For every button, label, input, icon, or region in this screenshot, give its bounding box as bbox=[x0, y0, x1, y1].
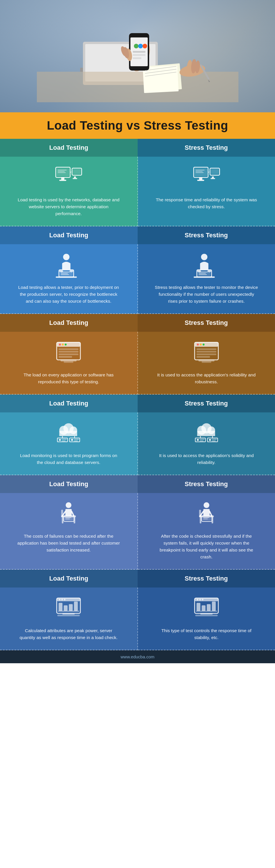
svg-point-147 bbox=[64, 599, 66, 600]
hero-image bbox=[0, 0, 275, 112]
stress-testing-content-4: It is used to access the application's s… bbox=[138, 412, 275, 475]
svg-rect-98 bbox=[62, 440, 66, 441]
stress-testing-content-1: The response time and reliability of the… bbox=[138, 157, 275, 226]
person-chair-icon-stress-5 bbox=[192, 502, 221, 528]
hero-illustration bbox=[37, 10, 238, 102]
app-window-icon-stress-3 bbox=[192, 340, 221, 366]
stress-testing-header-4: Stress Testing bbox=[138, 395, 275, 412]
svg-rect-166 bbox=[195, 615, 218, 616]
svg-rect-111 bbox=[200, 439, 205, 439]
stress-testing-header-3: Stress Testing bbox=[138, 314, 275, 332]
svg-point-83 bbox=[200, 344, 202, 346]
svg-rect-115 bbox=[212, 439, 217, 439]
section-content-1: Load testing is used by the networks, da… bbox=[0, 157, 275, 226]
stress-testing-text-5: After the code is checked stressfully an… bbox=[155, 533, 258, 560]
cloud-server-icon-stress-4 bbox=[192, 421, 221, 447]
load-testing-text-5: The costs of failures can be reduced aft… bbox=[17, 533, 120, 554]
load-testing-header-2: Load Testing bbox=[0, 226, 138, 244]
svg-rect-49 bbox=[211, 178, 215, 179]
dashboard-icon bbox=[54, 596, 83, 622]
svg-rect-116 bbox=[212, 440, 216, 441]
svg-rect-90 bbox=[202, 361, 211, 363]
svg-rect-37 bbox=[73, 178, 78, 179]
svg-rect-66 bbox=[199, 274, 207, 275]
person-chair-icon bbox=[54, 502, 83, 528]
comparison-section: Load Testing Stress Testing Load testing… bbox=[0, 139, 275, 650]
load-testing-text-3: The load on every application or softwar… bbox=[17, 372, 120, 385]
svg-rect-40 bbox=[199, 177, 202, 180]
load-testing-text-4: Load monitoring is used to test program … bbox=[17, 452, 120, 466]
section-content-3: The load on every application or softwar… bbox=[0, 332, 275, 395]
svg-rect-162 bbox=[207, 604, 211, 611]
svg-rect-28 bbox=[61, 177, 64, 180]
svg-rect-154 bbox=[57, 615, 80, 616]
load-testing-content-5: The costs of failures can be reduced aft… bbox=[0, 493, 138, 570]
svg-rect-79 bbox=[64, 361, 73, 363]
section-content-5: The costs of failures can be reduced aft… bbox=[0, 493, 275, 570]
svg-rect-109 bbox=[195, 438, 206, 441]
network-icon bbox=[54, 165, 83, 191]
svg-rect-65 bbox=[199, 273, 206, 273]
svg-rect-36 bbox=[74, 176, 76, 178]
svg-point-68 bbox=[207, 270, 211, 272]
svg-rect-87 bbox=[196, 353, 216, 355]
svg-point-110 bbox=[197, 439, 199, 441]
svg-point-131 bbox=[204, 502, 209, 508]
svg-rect-148 bbox=[59, 603, 62, 611]
svg-rect-163 bbox=[212, 601, 216, 611]
svg-point-84 bbox=[203, 344, 205, 346]
svg-rect-75 bbox=[59, 351, 79, 352]
dashboard-icon-stress-6 bbox=[192, 596, 221, 622]
svg-rect-43 bbox=[195, 169, 205, 170]
svg-rect-99 bbox=[70, 438, 80, 441]
load-testing-content-3: The load on every application or softwar… bbox=[0, 332, 138, 395]
svg-rect-76 bbox=[59, 353, 79, 355]
load-testing-text-2: Load testing allows a tester, prior to d… bbox=[17, 284, 120, 305]
svg-rect-127 bbox=[65, 517, 71, 518]
load-testing-text-6: Calculated attributes are peak power, se… bbox=[17, 627, 120, 641]
svg-point-159 bbox=[202, 599, 204, 600]
stress-testing-header-5: Stress Testing bbox=[138, 475, 275, 493]
svg-rect-123 bbox=[62, 517, 64, 523]
footer: www.educba.com bbox=[0, 650, 275, 663]
svg-rect-95 bbox=[57, 438, 68, 441]
svg-rect-150 bbox=[69, 604, 72, 611]
section-header-3: Load Testing Stress Testing bbox=[0, 314, 275, 332]
footer-url: www.educba.com bbox=[121, 654, 155, 659]
svg-rect-33 bbox=[58, 172, 66, 173]
stress-testing-content-5: After the code is checked stressfully an… bbox=[138, 493, 275, 570]
svg-rect-57 bbox=[61, 274, 69, 275]
person-laptop-icon bbox=[54, 253, 83, 279]
svg-rect-14 bbox=[133, 57, 142, 59]
svg-rect-132 bbox=[203, 509, 210, 516]
load-testing-header-1: Load Testing bbox=[0, 139, 138, 157]
stress-testing-content-2: Stress testing allows the tester to moni… bbox=[138, 244, 275, 314]
svg-point-146 bbox=[61, 599, 63, 600]
load-testing-text-1: Load testing is used by the networks, da… bbox=[17, 196, 120, 217]
app-window-icon bbox=[54, 340, 83, 366]
svg-point-82 bbox=[197, 344, 199, 346]
load-testing-content-6: Calculated attributes are peak power, se… bbox=[0, 588, 138, 650]
stress-testing-header-2: Stress Testing bbox=[138, 226, 275, 244]
section-header-4: Load Testing Stress Testing bbox=[0, 395, 275, 412]
svg-rect-85 bbox=[196, 348, 216, 350]
cloud-server-icon bbox=[54, 421, 83, 447]
svg-rect-112 bbox=[200, 440, 203, 441]
svg-rect-56 bbox=[61, 273, 68, 273]
section-content-2: Load testing allows a tester, prior to d… bbox=[0, 244, 275, 314]
svg-rect-13 bbox=[133, 54, 145, 56]
section-header-6: Load Testing Stress Testing bbox=[0, 570, 275, 588]
svg-rect-29 bbox=[59, 179, 66, 181]
svg-point-67 bbox=[197, 270, 201, 272]
svg-rect-102 bbox=[74, 440, 78, 441]
page-title: Load Testing vs Stress Testing bbox=[9, 119, 266, 132]
stress-testing-text-3: It is used to access the application's r… bbox=[155, 372, 258, 385]
svg-line-130 bbox=[72, 512, 74, 516]
svg-rect-153 bbox=[62, 613, 74, 615]
svg-point-71 bbox=[59, 344, 61, 346]
svg-point-119 bbox=[66, 502, 71, 508]
svg-point-60 bbox=[201, 254, 207, 260]
load-testing-content-1: Load testing is used by the networks, da… bbox=[0, 157, 138, 226]
svg-rect-101 bbox=[74, 439, 79, 439]
svg-rect-139 bbox=[203, 517, 209, 518]
